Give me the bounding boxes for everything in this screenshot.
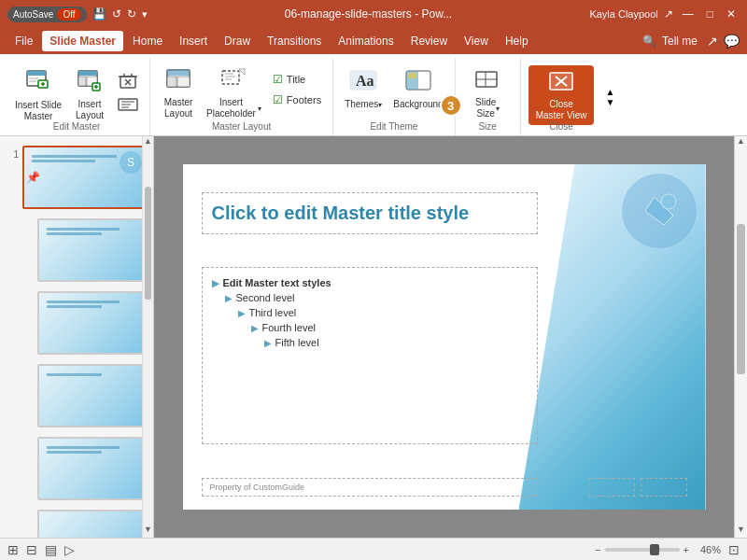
close-button[interactable]: ✕ — [723, 7, 740, 21]
title-checkbox-label: Title — [287, 74, 305, 85]
scroll-up-btn[interactable]: ▲ — [143, 136, 153, 149]
status-bar-right: − + 46% ⊡ — [595, 542, 740, 557]
title-checkbox[interactable]: ☑ Title — [269, 71, 325, 88]
thumb-line — [32, 160, 95, 162]
slide-title-placeholder[interactable]: Click to edit Master title style — [202, 192, 538, 234]
slide-size-button[interactable]: SlideSize ▾ — [467, 65, 508, 121]
canvas-scrollbar[interactable]: ▲ ▼ — [734, 136, 747, 538]
slide-num-6 — [6, 510, 19, 513]
search-tell-me[interactable]: Tell me — [662, 35, 698, 48]
scroll-up-canvas[interactable]: ▲ — [735, 136, 747, 149]
search-icon[interactable]: 🔍 — [642, 35, 656, 48]
ribbon-group-size: SlideSize ▾ Size — [456, 58, 521, 135]
zoom-level[interactable]: 46% — [693, 544, 721, 555]
slide-thumb-img-2[interactable] — [37, 218, 148, 282]
zoom-slider[interactable] — [605, 548, 680, 552]
svg-rect-27 — [177, 77, 190, 87]
share-ribbon-icon[interactable]: ↗ — [707, 34, 718, 49]
slide-thumb-img-3[interactable] — [37, 291, 148, 355]
slide-thumb-img-1[interactable]: S 📌 — [22, 146, 148, 209]
slide-canvas: Click to edit Master title style ▶ Edit … — [183, 164, 706, 510]
menu-home[interactable]: Home — [125, 31, 170, 51]
zoom-plus-button[interactable]: + — [684, 544, 689, 555]
slide-content-placeholder[interactable]: ▶ Edit Master text styles ▶ Second level… — [202, 267, 538, 444]
slide-thumb-img-6[interactable] — [37, 510, 148, 538]
slide-thumb-3[interactable] — [4, 289, 149, 357]
comment-ribbon-icon[interactable]: 💬 — [724, 34, 740, 49]
background-button[interactable]: Background — [389, 65, 446, 112]
redo-icon[interactable]: ↻ — [127, 7, 136, 21]
content-text-3: Third level — [249, 307, 297, 318]
themes-dropdown: Themes ▾ — [345, 99, 382, 110]
menu-file[interactable]: File — [7, 31, 40, 51]
slide-thumb-4[interactable] — [4, 362, 149, 429]
ribbon-group-edit-master: Insert SlideMaster InsertLayout Edit Mas… — [4, 58, 150, 135]
ribbon: Insert SlideMaster InsertLayout Edit Mas… — [0, 54, 747, 136]
zoom-minus-button[interactable]: − — [595, 544, 600, 555]
save-icon[interactable]: 💾 — [92, 7, 106, 21]
thumb-line — [47, 451, 102, 454]
scroll-down-btn[interactable]: ▼ — [143, 525, 153, 538]
ribbon-group-close: CloseMaster View Close — [521, 58, 602, 135]
slide-panel-scrollbar[interactable]: ▲ ▼ — [142, 136, 153, 538]
minimize-button[interactable]: — — [679, 7, 698, 21]
footer-text: Property of CustomGuide — [210, 483, 305, 492]
content-level1: ▶ Edit Master text styles — [212, 277, 528, 288]
pin-icon: 📌 — [26, 171, 40, 184]
slide-thumb-2[interactable] — [4, 217, 149, 284]
undo-icon[interactable]: ↺ — [112, 7, 121, 21]
fit-slide-button[interactable]: ⊡ — [728, 542, 740, 557]
status-view-reading[interactable]: ▤ — [45, 542, 57, 557]
rename-button[interactable] — [114, 95, 142, 114]
main-area: 1 S 📌 — [0, 136, 747, 538]
slide-thumb-5[interactable] — [4, 435, 149, 502]
share-icon[interactable]: ↗ — [664, 7, 673, 21]
menu-help[interactable]: Help — [498, 31, 536, 51]
slide-panel[interactable]: 1 S 📌 — [0, 136, 154, 538]
footers-checkbox[interactable]: ☑ Footers — [269, 91, 325, 108]
menu-transitions[interactable]: Transitions — [260, 31, 329, 51]
status-view-slide-show[interactable]: ▷ — [64, 542, 75, 557]
slide-footer-placeholder[interactable]: Property of CustomGuide — [202, 478, 538, 497]
thumb-line — [47, 446, 120, 449]
insert-slide-master-button[interactable]: Insert SlideMaster — [11, 65, 65, 124]
menu-insert[interactable]: Insert — [172, 31, 215, 51]
slide-thumb-img-4[interactable] — [37, 364, 148, 427]
master-layout-button[interactable]: MasterLayout — [158, 65, 199, 121]
menu-bar: File Slide Master Home Insert Draw Trans… — [0, 28, 747, 54]
menu-view[interactable]: View — [457, 31, 496, 51]
status-view-normal[interactable]: ⊞ — [7, 542, 19, 557]
insert-slide-master-icon — [25, 67, 51, 98]
thumb-lines-1 — [32, 155, 138, 164]
slide-size-dropdown: SlideSize ▾ — [475, 97, 500, 119]
menu-slide-master[interactable]: Slide Master — [42, 31, 123, 51]
slide-num-1: 1 — [6, 146, 19, 160]
status-view-grid[interactable]: ⊟ — [26, 542, 37, 557]
content-text-5: Fifth level — [275, 337, 319, 348]
themes-button[interactable]: Aa Themes ▾ — [341, 65, 386, 112]
autosave-badge[interactable]: AutoSave Off — [7, 7, 87, 22]
autosave-toggle[interactable]: Off — [57, 8, 80, 21]
menu-review[interactable]: Review — [403, 31, 455, 51]
slide-size-arrow: ▾ — [496, 105, 500, 113]
menu-animations[interactable]: Animations — [331, 31, 401, 51]
ribbon-scroll[interactable]: ▲ ▼ — [601, 58, 618, 135]
maximize-button[interactable]: □ — [703, 7, 717, 21]
slide-bottom-box-2 — [641, 478, 687, 497]
scroll-thumb-canvas — [737, 224, 745, 374]
insert-placeholder-label: InsertPlaceholder — [206, 97, 256, 119]
close-master-view-button[interactable]: CloseMaster View — [529, 65, 595, 125]
insert-layout-button[interactable]: InsertLayout — [69, 65, 110, 123]
delete-button[interactable] — [114, 69, 142, 93]
slide-size-label: SlideSize — [475, 97, 496, 119]
master-layout-icon — [165, 67, 191, 95]
thumb-lines-5 — [47, 446, 138, 455]
slide-thumb-6[interactable] — [4, 508, 149, 538]
slide-thumb-img-5[interactable] — [37, 437, 148, 500]
slide-thumb-1[interactable]: 1 S 📌 — [4, 144, 149, 211]
insert-slide-master-label: Insert SlideMaster — [15, 100, 62, 122]
insert-placeholder-button[interactable]: InsertPlaceholder ▾ — [203, 65, 265, 121]
zoom-thumb — [650, 544, 659, 555]
scroll-down-canvas[interactable]: ▼ — [735, 525, 747, 538]
menu-draw[interactable]: Draw — [217, 31, 258, 51]
